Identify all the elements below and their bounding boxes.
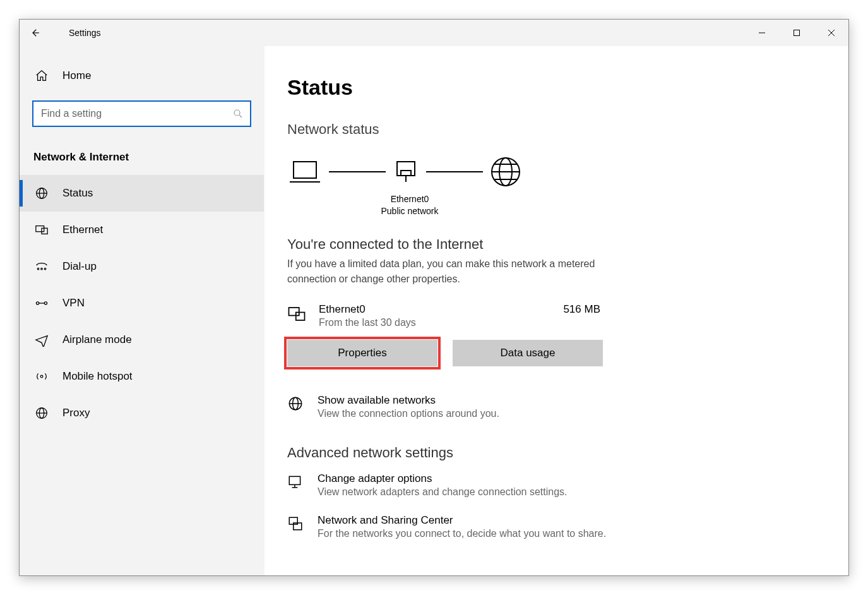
search-input[interactable] xyxy=(40,107,232,120)
data-usage-button[interactable]: Data usage xyxy=(453,340,603,366)
svg-rect-23 xyxy=(289,476,300,484)
main-content: Status Network status xyxy=(265,46,848,575)
svg-rect-19 xyxy=(289,308,299,316)
adapter-meta: Ethernet0 From the last 30 days xyxy=(319,303,416,328)
sidebar-item-label: Dial-up xyxy=(62,260,97,273)
sharing-sub: For the networks you connect to, decide … xyxy=(318,528,606,539)
globe-large-icon xyxy=(489,155,522,188)
svg-point-11 xyxy=(44,302,47,304)
adapter-name: Ethernet0 xyxy=(319,303,416,316)
diagram-line xyxy=(426,171,483,172)
sharing-center-icon xyxy=(287,515,304,532)
adapter-options-sub: View network adapters and change connect… xyxy=(318,486,568,498)
connected-subtext: If you have a limited data plan, you can… xyxy=(287,256,615,287)
adapter-options-icon xyxy=(287,474,304,490)
sidebar-item-vpn[interactable]: VPN xyxy=(20,285,264,322)
svg-rect-6 xyxy=(42,228,47,234)
diagram-caption: Ethernet0 Public network xyxy=(372,193,448,217)
home-nav[interactable]: Home xyxy=(20,64,264,88)
back-button[interactable] xyxy=(20,20,50,46)
svg-rect-16 xyxy=(397,162,415,176)
page-title: Status xyxy=(287,75,826,100)
svg-point-8 xyxy=(41,268,42,269)
sidebar-item-status[interactable]: Status xyxy=(20,175,264,212)
adapter-row: Ethernet0 From the last 30 days 516 MB xyxy=(287,303,600,328)
search-box[interactable] xyxy=(32,100,251,127)
airplane-icon xyxy=(35,333,49,347)
connected-heading: You're connected to the Internet xyxy=(287,236,826,253)
svg-point-9 xyxy=(44,268,45,269)
available-title: Show available networks xyxy=(318,394,499,407)
svg-point-10 xyxy=(36,302,39,304)
diagram-adapter-type: Public network xyxy=(372,205,448,217)
sidebar-item-label: VPN xyxy=(62,297,85,310)
sidebar-section-title: Network & Internet xyxy=(33,151,264,164)
sidebar-item-label: Status xyxy=(62,187,93,200)
svg-rect-15 xyxy=(294,162,316,178)
sidebar-item-ethernet[interactable]: Ethernet xyxy=(20,212,264,248)
window-body: Home Network & Internet xyxy=(20,46,848,575)
back-arrow-icon xyxy=(29,27,40,39)
svg-point-12 xyxy=(40,375,43,378)
sidebar-item-dialup[interactable]: Dial-up xyxy=(20,248,264,285)
sidebar-item-label: Ethernet xyxy=(62,224,103,236)
sidebar: Home Network & Internet xyxy=(20,46,265,575)
globe-icon xyxy=(287,395,304,412)
network-sharing-center[interactable]: Network and Sharing Center For the netwo… xyxy=(287,514,826,539)
diagram-line xyxy=(329,171,386,172)
diagram-adapter-name: Ethernet0 xyxy=(372,193,448,205)
hotspot-icon xyxy=(35,370,49,383)
ethernet-port-icon xyxy=(392,158,420,186)
titlebar: Settings xyxy=(20,20,848,46)
sidebar-item-label: Airplane mode xyxy=(62,334,132,346)
globe-icon xyxy=(35,186,49,200)
ethernet-icon xyxy=(35,223,49,237)
show-available-networks[interactable]: Show available networks View the connect… xyxy=(287,394,826,419)
svg-rect-20 xyxy=(296,312,305,320)
network-status-heading: Network status xyxy=(287,121,826,138)
window-controls xyxy=(744,20,848,46)
search-wrapper xyxy=(32,100,251,127)
change-adapter-options[interactable]: Change adapter options View network adap… xyxy=(287,472,826,498)
adapter-sub: From the last 30 days xyxy=(319,317,416,328)
adapter-usage: 516 MB xyxy=(563,303,600,316)
vpn-icon xyxy=(35,296,49,310)
adapter-buttons: Properties Data usage xyxy=(287,340,826,366)
proxy-icon xyxy=(35,406,49,420)
ethernet-icon xyxy=(287,304,306,323)
sidebar-item-hotspot[interactable]: Mobile hotspot xyxy=(20,358,264,395)
window-title: Settings xyxy=(69,28,101,38)
sidebar-item-proxy[interactable]: Proxy xyxy=(20,395,264,431)
settings-window: Settings Home xyxy=(19,19,849,576)
sidebar-item-label: Proxy xyxy=(62,407,90,419)
laptop-icon xyxy=(287,158,323,186)
search-icon xyxy=(232,108,244,119)
svg-rect-5 xyxy=(36,226,44,232)
minimize-button[interactable] xyxy=(744,20,779,46)
home-label: Home xyxy=(62,69,91,82)
close-button[interactable] xyxy=(814,20,848,46)
available-sub: View the connection options around you. xyxy=(318,408,499,419)
advanced-heading: Advanced network settings xyxy=(287,445,826,461)
svg-rect-1 xyxy=(794,30,799,36)
adapter-options-title: Change adapter options xyxy=(318,472,568,485)
sidebar-item-label: Mobile hotspot xyxy=(62,370,133,383)
sharing-title: Network and Sharing Center xyxy=(318,514,606,527)
dialup-icon xyxy=(35,260,49,273)
home-icon xyxy=(35,69,49,83)
maximize-button[interactable] xyxy=(779,20,814,46)
svg-point-7 xyxy=(37,268,39,269)
sidebar-item-airplane[interactable]: Airplane mode xyxy=(20,322,264,358)
svg-point-2 xyxy=(234,110,240,116)
network-diagram xyxy=(287,155,826,188)
properties-button[interactable]: Properties xyxy=(287,340,437,366)
